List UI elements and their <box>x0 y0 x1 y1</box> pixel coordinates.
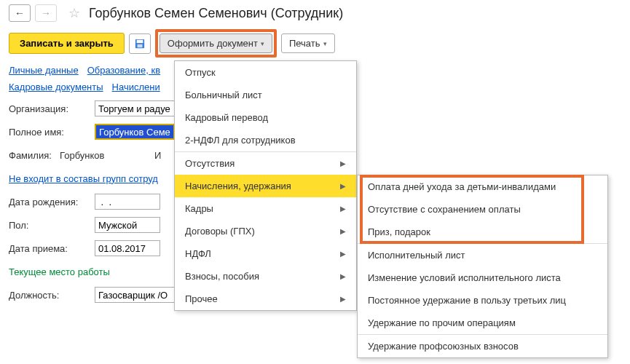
menu-item-label: Отсутствия <box>185 158 235 169</box>
arrow-right-icon: → <box>41 7 51 19</box>
tab-hr-docs[interactable]: Кадровые документы <box>9 82 103 92</box>
groups-link[interactable]: Не входит в составы групп сотруд <box>9 173 158 184</box>
submenu-item[interactable]: Удержание профсоюзных взносов <box>358 335 607 357</box>
current-place-label: Текущее место работы <box>9 266 110 277</box>
org-label: Организация: <box>9 103 95 114</box>
menu-item-label: Кадровый перевод <box>185 112 268 123</box>
menu-item[interactable]: НДФЛ▶ <box>175 242 356 265</box>
menu-item[interactable]: Взносы, пособия▶ <box>175 265 356 288</box>
menu-item[interactable]: Прочее▶ <box>175 288 356 310</box>
menu-item[interactable]: Начисления, удержания▶ <box>175 175 356 197</box>
menu-item-label: Взносы, пособия <box>185 271 259 282</box>
surname-value: Горбунков <box>60 150 154 161</box>
chevron-right-icon: ▶ <box>340 182 346 190</box>
create-document-button[interactable]: Оформить документ ▾ <box>160 33 272 53</box>
chevron-down-icon: ▾ <box>323 40 327 47</box>
submenu-item-label: Изменение условий исполнительного листа <box>368 272 561 283</box>
chevron-right-icon: ▶ <box>340 295 346 303</box>
submenu-item[interactable]: Постоянное удержание в пользу третьих ли… <box>358 289 607 312</box>
chevron-right-icon: ▶ <box>340 205 346 213</box>
submenu-item[interactable]: Отсутствие с сохранением оплаты <box>358 198 607 221</box>
document-menu: ОтпускБольничный листКадровый перевод2-Н… <box>174 60 357 311</box>
menu-item[interactable]: Отсутствия▶ <box>175 152 356 175</box>
menu-item[interactable]: 2-НДФЛ для сотрудников <box>175 129 356 151</box>
back-button[interactable]: ← <box>9 4 31 22</box>
tab-personal[interactable]: Личные данные <box>9 65 79 76</box>
sex-label: Пол: <box>9 220 95 231</box>
svg-rect-1 <box>136 39 143 42</box>
menu-item[interactable]: Кадры▶ <box>175 197 356 220</box>
chevron-right-icon: ▶ <box>340 272 346 280</box>
surname-label: Фамилия: <box>9 150 60 161</box>
dob-label: Дата рождения: <box>9 197 95 207</box>
chevron-down-icon: ▾ <box>261 40 264 47</box>
submenu-item-label: Приз, подарок <box>368 226 430 237</box>
submenu-item-label: Оплата дней ухода за детьми-инвалидами <box>368 181 556 192</box>
menu-item[interactable]: Больничный лист <box>175 84 356 106</box>
submenu-item[interactable]: Оплата дней ухода за детьми-инвалидами <box>358 175 607 198</box>
chevron-right-icon: ▶ <box>340 227 346 235</box>
menu-item-label: Больничный лист <box>185 90 262 100</box>
svg-rect-2 <box>137 44 142 47</box>
menu-item[interactable]: Отпуск <box>175 61 356 84</box>
tab-accruals[interactable]: Начислени <box>112 82 160 92</box>
save-close-button[interactable]: Записать и закрыть <box>9 33 125 54</box>
submenu-item-label: Исполнительный лист <box>368 250 465 261</box>
dob-input[interactable] <box>95 194 160 210</box>
menu-item-label: 2-НДФЛ для сотрудников <box>185 135 296 146</box>
forward-button[interactable]: → <box>35 4 57 22</box>
fullname-input[interactable] <box>95 124 175 140</box>
accruals-submenu: Оплата дней ухода за детьми-инвалидамиОт… <box>357 175 608 358</box>
position-input[interactable] <box>95 287 175 303</box>
tab-education[interactable]: Образование, кв <box>87 65 160 76</box>
hire-input[interactable] <box>95 240 160 256</box>
submenu-item[interactable]: Удержание по прочим операциям <box>358 312 607 334</box>
print-button[interactable]: Печать ▾ <box>281 33 335 53</box>
print-label: Печать <box>289 38 320 49</box>
fullname-label: Полное имя: <box>9 127 95 138</box>
name-label: И <box>154 150 161 161</box>
submenu-item[interactable]: Изменение условий исполнительного листа <box>358 266 607 289</box>
chevron-right-icon: ▶ <box>340 250 346 258</box>
submenu-item-label: Постоянное удержание в пользу третьих ли… <box>368 295 566 306</box>
menu-item-label: НДФЛ <box>185 248 211 259</box>
submenu-item[interactable]: Приз, подарок <box>358 221 607 243</box>
sex-input[interactable] <box>95 217 160 233</box>
hire-label: Дата приема: <box>9 243 95 254</box>
menu-item-label: Отпуск <box>185 67 216 78</box>
star-icon[interactable]: ☆ <box>68 5 80 21</box>
menu-item-label: Договоры (ГПХ) <box>185 226 255 237</box>
submenu-item-label: Удержание по прочим операциям <box>368 317 516 328</box>
submenu-item[interactable]: Исполнительный лист <box>358 244 607 266</box>
menu-item-label: Прочее <box>185 293 218 304</box>
page-title: Горбунков Семен Семенович (Сотрудник) <box>89 6 343 21</box>
chevron-right-icon: ▶ <box>340 159 346 167</box>
position-label: Должность: <box>9 290 95 301</box>
menu-item-label: Начисления, удержания <box>185 181 291 191</box>
menu-item[interactable]: Кадровый перевод <box>175 106 356 129</box>
org-input[interactable] <box>95 100 175 116</box>
doc-button-highlight: Оформить документ ▾ <box>155 29 277 58</box>
menu-item-label: Кадры <box>185 203 213 214</box>
create-document-label: Оформить документ <box>168 38 258 49</box>
menu-item[interactable]: Договоры (ГПХ)▶ <box>175 220 356 242</box>
submenu-item-label: Отсутствие с сохранением оплаты <box>368 204 521 215</box>
arrow-left-icon: ← <box>15 7 25 19</box>
disk-icon <box>135 39 145 49</box>
save-button[interactable] <box>129 33 151 54</box>
submenu-item-label: Удержание профсоюзных взносов <box>368 341 519 352</box>
